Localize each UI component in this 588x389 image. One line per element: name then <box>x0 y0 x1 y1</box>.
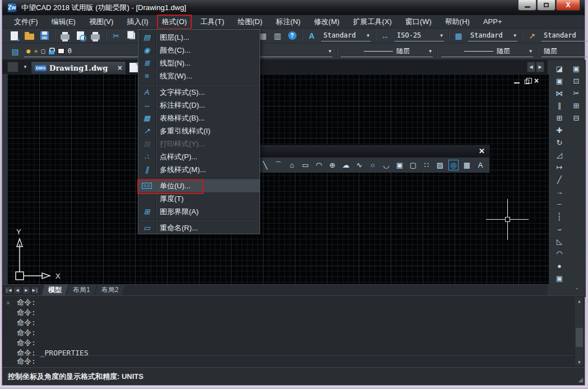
tab-panel-button[interactable] <box>7 62 18 72</box>
menu-app-plus[interactable]: APP+ <box>479 16 506 27</box>
help-button[interactable]: ? <box>287 31 297 41</box>
menu-item[interactable]: ◉ 颜色(C)... <box>138 44 260 57</box>
menu-window[interactable]: 窗口(W) <box>401 16 436 28</box>
menu-tools[interactable]: 工具(T) <box>196 16 228 28</box>
chamfer-icon[interactable]: ◺ <box>553 236 566 247</box>
scale-icon[interactable]: ◿ <box>553 150 566 160</box>
document-tab[interactable]: DWG Drawing1.dwg × <box>31 61 126 74</box>
rotate-icon[interactable]: ↻ <box>553 137 566 148</box>
linetype-combo[interactable]: 随层 ▼ <box>341 46 433 57</box>
menu-item[interactable]: ▭ 重命名(R)... <box>138 221 260 234</box>
revision-cloud-icon[interactable]: ☁ <box>341 160 351 170</box>
mleader-style-combo[interactable]: Standard <box>541 30 588 41</box>
move-icon[interactable]: ✚ <box>553 125 566 136</box>
stretch-icon[interactable]: ↦ <box>553 162 566 173</box>
menu-item[interactable]: ≡ 线宽(W)... <box>138 70 260 82</box>
cut-button[interactable]: ✂ <box>111 31 121 41</box>
command-input[interactable]: 命令: <box>17 355 573 366</box>
menu-item[interactable]: 厚度(T) <box>138 192 260 205</box>
break-icon[interactable]: ┄ <box>553 199 566 210</box>
polygon-icon[interactable]: ⌂ <box>287 160 297 170</box>
menu-item[interactable]: ≣ 线型(N)... <box>138 57 260 70</box>
dim-style-combo[interactable]: ISO-25 ▼ <box>395 30 444 41</box>
insert-block-icon[interactable]: ▣ <box>395 160 405 170</box>
fillet-icon[interactable]: ◠ <box>553 248 566 259</box>
extend-icon[interactable]: → <box>553 187 566 197</box>
rectangle-icon[interactable]: ▭ <box>300 160 311 170</box>
next-layout-button[interactable]: ▶ <box>22 286 30 294</box>
paste-as-block-icon[interactable]: ⊞ <box>570 100 582 111</box>
paste-special-icon[interactable]: ⊟ <box>570 113 582 123</box>
scrollbar-thumb[interactable] <box>576 328 583 347</box>
point-icon[interactable]: ∷ <box>422 160 432 170</box>
menu-dimension[interactable]: 标注(N) <box>272 16 304 28</box>
first-layout-button[interactable]: ❘◀ <box>4 286 12 294</box>
menu-item[interactable]: A 文字样式(S)... <box>138 86 260 99</box>
layer-manager-button[interactable]: ▤ <box>10 47 20 57</box>
text-style-combo[interactable]: Standard ▼ <box>321 30 371 41</box>
prev-layout-button[interactable]: ◀ <box>13 286 21 294</box>
menu-draw[interactable]: 绘图(D) <box>234 16 266 28</box>
tab-scroll-right-button[interactable]: ▶ <box>536 62 544 72</box>
menu-item[interactable]: ▤ 图层(L)... <box>138 31 260 44</box>
menu-item[interactable]: ⊟ 打印样式(Y)... <box>138 137 260 150</box>
arc-start-end-icon[interactable]: ◠ <box>314 160 324 170</box>
tab-list-dropdown[interactable]: ▼ <box>21 62 30 72</box>
designcenter-button[interactable]: ▥ <box>272 31 283 41</box>
new-file-button[interactable] <box>9 31 19 41</box>
publish-button[interactable] <box>90 31 100 41</box>
menu-item[interactable]: ↗ 多重引线样式(I) <box>138 124 260 137</box>
maximize-button[interactable] <box>537 0 555 11</box>
copy-button[interactable] <box>126 31 136 41</box>
offset-icon[interactable]: ∥ <box>553 100 566 111</box>
color-combo[interactable]: 随层 <box>541 46 588 57</box>
toolbar-overflow-icon[interactable]: ⌃ <box>575 287 579 293</box>
lineweight-combo[interactable]: 随层 ▼ <box>441 46 533 57</box>
block-editor-icon[interactable]: ▣ <box>553 273 566 284</box>
menu-item[interactable]: ∴ 点样式(P)... <box>138 150 260 163</box>
menu-item[interactable]: ∥ 多线样式(M)... <box>138 163 260 176</box>
menu-insert[interactable]: 插入(I) <box>123 16 152 28</box>
doc-minimize-icon[interactable] <box>514 82 520 84</box>
trim-icon[interactable]: ╱ <box>553 174 566 185</box>
arc-icon[interactable]: ⌒ <box>274 160 284 170</box>
copy-icon[interactable]: ▣ <box>553 76 566 86</box>
tab-scroll-left-button[interactable]: ◀ <box>527 62 535 72</box>
join-icon[interactable]: ⌣ <box>553 224 566 234</box>
cut-clip-icon[interactable]: ✂ <box>570 88 582 99</box>
open-file-button[interactable] <box>24 31 34 41</box>
resize-grip-icon[interactable]: ◢ <box>578 376 583 383</box>
menu-item[interactable]: 0.0 单位(U)... <box>138 179 260 192</box>
circle-icon[interactable]: ⊕ <box>327 160 337 170</box>
command-scrollbar[interactable]: ▲ ▼ <box>575 297 584 366</box>
ellipse-icon[interactable]: ○ <box>368 160 378 170</box>
erase-icon[interactable]: ◪ <box>553 63 566 74</box>
save-button[interactable] <box>39 31 49 41</box>
paste-clip-icon[interactable]: ⊡ <box>570 76 582 86</box>
title-bar[interactable]: Zw 中望CAD 2018 试用版 (功能受限) - [Drawing1.dwg… <box>2 0 585 15</box>
table-icon[interactable]: ▦ <box>462 160 472 170</box>
print-preview-button[interactable] <box>75 31 85 41</box>
hatch-icon[interactable]: ▨ <box>435 160 445 170</box>
command-window[interactable]: ✕ 命令:命令:命令:命令:命令:命令: _PROPERTIES 命令: ▲ ▼ <box>2 295 585 367</box>
line-icon[interactable]: ╲ <box>260 160 270 170</box>
doc-close-icon[interactable]: × <box>534 77 539 85</box>
table-style-combo[interactable]: Standard ▼ <box>468 30 517 41</box>
document-close-icon[interactable]: × <box>118 63 122 72</box>
close-button[interactable]: X <box>556 0 580 11</box>
break-at-point-icon[interactable]: ┆ <box>553 211 566 222</box>
menu-item[interactable]: ▦ 表格样式(B)... <box>138 112 260 124</box>
mirror-icon[interactable]: ⋈ <box>553 88 566 99</box>
scroll-down-icon[interactable]: ▼ <box>575 358 584 366</box>
layout-tab-model[interactable]: 模型 <box>41 284 68 297</box>
menu-express[interactable]: 扩展工具(X) <box>349 16 396 28</box>
drawing-canvas[interactable]: × Y X <box>7 74 549 284</box>
copy-clip-icon[interactable]: ▣ <box>570 63 582 74</box>
donut-icon[interactable]: ◎ <box>448 160 459 170</box>
doc-restore-icon[interactable] <box>525 80 529 84</box>
menu-item[interactable]: ↔ 标注样式(D)... <box>138 99 260 112</box>
scroll-up-icon[interactable]: ▲ <box>575 297 584 305</box>
menu-help[interactable]: 帮助(H) <box>441 16 474 28</box>
draw-toolbar-titlebar[interactable]: ✕ <box>246 145 489 158</box>
make-block-icon[interactable]: ▢ <box>408 160 418 170</box>
